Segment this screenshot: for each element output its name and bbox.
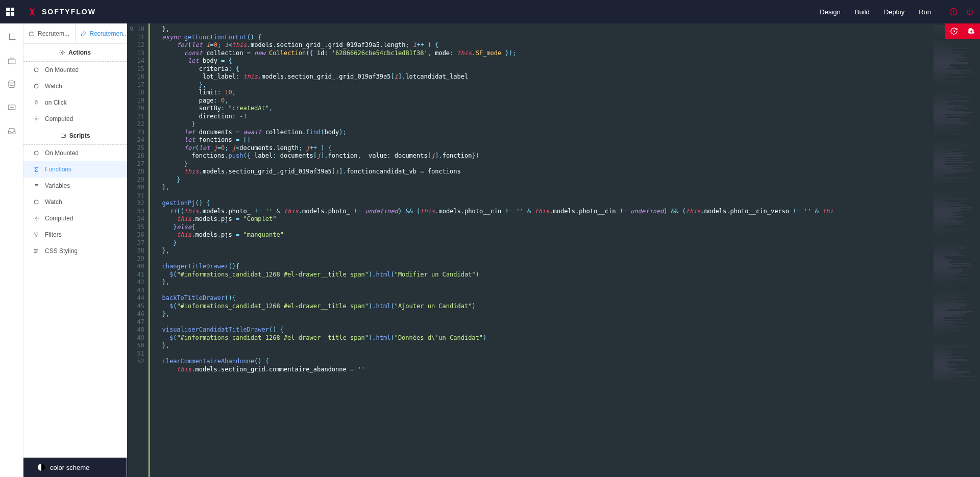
rail-briefcase-icon[interactable] <box>7 56 16 65</box>
briefcase-icon <box>29 31 35 37</box>
color-scheme-label: color scheme <box>50 464 89 471</box>
tab-label: Recrutemen... <box>90 30 127 37</box>
svg-point-10 <box>34 84 38 88</box>
list-icon <box>33 182 40 189</box>
icon-rail <box>0 23 23 477</box>
item-label: Computed <box>45 115 73 122</box>
scripts-item-css-styling[interactable]: CSS Styling <box>23 243 127 259</box>
edit-icon <box>81 31 87 37</box>
code-editor[interactable]: 9 10 11 12 13 14 15 16 17 18 19 20 21 22… <box>127 23 980 477</box>
item-label: on Click <box>45 99 67 106</box>
actions-item-watch[interactable]: Watch <box>23 78 127 94</box>
item-label: On Mounted <box>45 66 79 73</box>
svg-point-2 <box>953 13 953 14</box>
circle-icon <box>33 83 40 90</box>
header-left: SOFTYFLOW <box>6 6 96 17</box>
item-label: Watch <box>45 83 62 90</box>
logo-icon <box>27 6 38 17</box>
scripts-item-functions[interactable]: ΣFunctions <box>23 161 127 178</box>
mouse-icon <box>33 99 40 106</box>
cloud-upload-button[interactable] <box>963 23 980 39</box>
nav-build[interactable]: Build <box>855 8 870 16</box>
power-icon[interactable] <box>966 8 974 16</box>
fold-bar <box>149 23 152 477</box>
section-title: Actions <box>68 49 91 56</box>
brand-name: SOFTYFLOW <box>42 8 96 16</box>
section-scripts-header: Scripts <box>23 127 127 145</box>
item-label: Watch <box>45 198 62 206</box>
svg-rect-3 <box>8 59 15 64</box>
svg-point-20 <box>36 218 37 219</box>
header-right: Design Build Deploy Run <box>820 8 974 16</box>
rail-crop-icon[interactable] <box>7 33 16 42</box>
circle-icon <box>33 66 40 73</box>
code-icon <box>60 133 66 139</box>
svg-point-13 <box>36 118 37 120</box>
section-actions-header: Actions <box>23 44 127 62</box>
nav-deploy[interactable]: Deploy <box>884 8 904 16</box>
gear-icon <box>33 115 40 122</box>
main-area: Recrutem... Recrutemen... Actions On Mou… <box>0 23 980 477</box>
item-label: Computed <box>45 215 73 222</box>
scripts-item-watch[interactable]: Watch <box>23 194 127 210</box>
warning-icon[interactable] <box>949 8 958 16</box>
gear-icon <box>33 215 40 222</box>
top-header: SOFTYFLOW Design Build Deploy Run <box>0 0 980 23</box>
svg-point-19 <box>34 200 38 204</box>
brand-logo[interactable]: SOFTYFLOW <box>27 6 96 17</box>
sigma-icon: Σ <box>33 166 40 173</box>
scripts-item-filters[interactable]: Filters <box>23 227 127 243</box>
sidebar-tab-1[interactable]: Recrutemen... <box>76 23 127 43</box>
scripts-item-on-mounted[interactable]: On Mounted <box>23 145 127 161</box>
item-label: On Mounted <box>45 149 79 157</box>
nav-run[interactable]: Run <box>919 8 931 16</box>
svg-point-9 <box>34 68 38 72</box>
sidebar-tab-0[interactable]: Recrutem... <box>23 23 76 43</box>
scripts-item-computed[interactable]: Computed <box>23 210 127 227</box>
scripts-item-variables[interactable]: Variables <box>23 178 127 194</box>
tab-label: Recrutem... <box>38 30 69 37</box>
section-title: Scripts <box>69 132 90 139</box>
line-gutter: 9 10 11 12 13 14 15 16 17 18 19 20 21 22… <box>127 23 149 477</box>
apps-grid-icon[interactable] <box>6 8 14 16</box>
filter-icon <box>33 231 40 238</box>
css-icon <box>33 247 40 255</box>
sidebar-tabs: Recrutem... Recrutemen... <box>23 23 127 44</box>
gear-icon <box>59 49 65 56</box>
actions-item-on-click[interactable]: on Click <box>23 94 127 111</box>
svg-rect-7 <box>30 33 34 36</box>
item-label: Variables <box>45 182 70 189</box>
svg-point-15 <box>34 151 38 155</box>
nav-design[interactable]: Design <box>820 8 840 16</box>
rail-inbox-icon[interactable] <box>7 127 16 136</box>
minimap[interactable] <box>932 23 980 477</box>
color-scheme-toggle[interactable]: color scheme <box>23 458 127 477</box>
rail-screen-icon[interactable] <box>7 103 16 112</box>
code-content[interactable]: }, async getFunctionForLot() { for(let i… <box>152 23 932 477</box>
item-label: CSS Styling <box>45 247 78 255</box>
circle-icon <box>33 149 40 157</box>
item-label: Functions <box>45 166 71 173</box>
history-button[interactable] <box>945 23 963 39</box>
item-label: Filters <box>45 231 62 238</box>
svg-point-8 <box>61 52 63 54</box>
editor-area: 9 10 11 12 13 14 15 16 17 18 19 20 21 22… <box>127 23 980 477</box>
sidebar: Recrutem... Recrutemen... Actions On Mou… <box>23 23 127 477</box>
rail-database-icon[interactable] <box>7 80 16 89</box>
svg-point-4 <box>9 81 15 83</box>
editor-action-buttons <box>945 23 980 39</box>
actions-item-computed[interactable]: Computed <box>23 111 127 127</box>
contrast-icon <box>38 464 45 471</box>
actions-item-on-mounted[interactable]: On Mounted <box>23 62 127 78</box>
circle-icon <box>33 198 40 206</box>
